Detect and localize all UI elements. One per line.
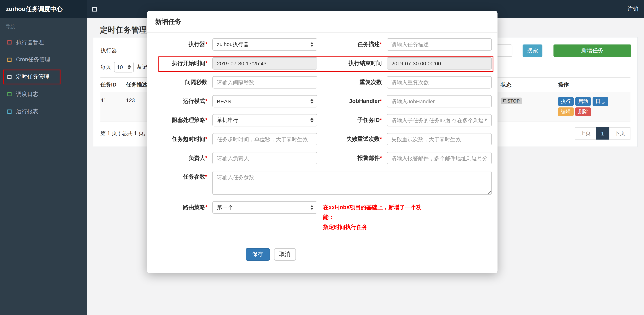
executor-filter-label: 执行器 — [100, 45, 117, 57]
col-header-status: 状态 — [501, 81, 558, 88]
interval-label: 间隔秒数 — [152, 76, 212, 89]
form-row-time: 执行开始时间* 执行结束时间 — [152, 57, 492, 70]
sidebar: 导航 执行器管理 Cron任务管理 定时任务管理 调度日志 运行报表 — [0, 18, 87, 315]
block-strategy-label: 阻塞处理策略* — [152, 114, 212, 126]
interval-input[interactable] — [212, 76, 317, 89]
form-row: 负责人* 报警邮件* — [152, 152, 492, 164]
run-button[interactable]: 执行 — [558, 97, 574, 106]
status-badge-text: STOP — [508, 98, 520, 103]
menu-square-icon — [7, 110, 12, 114]
edit-button[interactable]: 编辑 — [558, 107, 574, 116]
alarm-email-label: 报警邮件* — [317, 152, 387, 164]
form-row: 任务超时时间* 失败重试次数* — [152, 133, 492, 145]
save-button[interactable]: 保存 — [246, 248, 270, 261]
form-row: 路由策略* 第一个 在xxl-jobs项目的基础上，新增了一个功能： 指定时间执… — [152, 201, 492, 232]
executor-select[interactable]: zuihou执行器 — [212, 38, 317, 51]
timeout-label: 任务超时时间* — [152, 133, 212, 145]
executor-select-value: zuihou执行器 — [217, 41, 249, 48]
search-button[interactable]: 搜索 — [522, 45, 542, 57]
modal-title: 新增任务 — [147, 11, 498, 33]
author-input[interactable] — [212, 152, 317, 164]
jobhandler-input[interactable] — [387, 95, 492, 108]
cancel-button[interactable]: 取消 — [274, 248, 296, 261]
col-header-actions: 操作 — [558, 81, 630, 88]
fail-retry-input[interactable] — [387, 133, 492, 145]
author-label: 负责人* — [152, 152, 212, 164]
route-strategy-select-value: 第一个 — [217, 204, 233, 211]
route-strategy-select[interactable]: 第一个 — [212, 201, 317, 214]
fail-retry-label: 失败重试次数* — [317, 133, 387, 145]
sidebar-item-timed-jobs[interactable]: 定时任务管理 — [0, 68, 87, 86]
glue-type-select-value: BEAN — [217, 98, 231, 104]
form-row: 间隔秒数 重复次数 — [152, 76, 492, 89]
start-button[interactable]: 启动 — [575, 97, 591, 106]
cell-task-id: 41 — [100, 97, 126, 103]
child-job-id-label: 子任务ID* — [317, 114, 387, 126]
stop-square-icon — [503, 99, 506, 102]
sidebar-item-label: 运行报表 — [16, 108, 38, 115]
current-page-button[interactable]: 1 — [596, 127, 610, 140]
sidebar-item-run-report[interactable]: 运行报表 — [0, 103, 87, 120]
status-badge: STOP — [501, 97, 522, 104]
glue-type-select[interactable]: BEAN — [212, 95, 317, 108]
start-time-input[interactable] — [212, 57, 317, 70]
form-row: 任务参数* — [152, 171, 492, 195]
cell-status: STOP — [501, 97, 558, 104]
job-param-label: 任务参数* — [152, 171, 212, 195]
job-desc-input[interactable] — [387, 38, 492, 51]
page-size-value: 10 — [117, 64, 123, 70]
add-task-modal: 新增任务 执行器* zuihou执行器 任务描述* 执行开始时间* 执行结束时间 — [147, 11, 498, 273]
sidebar-item-executor-manage[interactable]: 执行器管理 — [0, 34, 87, 51]
child-job-id-input[interactable] — [387, 114, 492, 126]
menu-square-icon — [7, 41, 12, 45]
end-time-input[interactable] — [387, 57, 492, 70]
sidebar-item-label: 调度日志 — [16, 91, 38, 98]
block-strategy-select[interactable]: 单机串行 — [212, 114, 317, 126]
sidebar-item-label: 定时任务管理 — [16, 73, 49, 81]
form-row: 阻塞处理策略* 单机串行 子任务ID* — [152, 114, 492, 126]
sidebar-item-cron-jobs[interactable]: Cron任务管理 — [0, 51, 87, 68]
route-strategy-label: 路由策略* — [152, 201, 212, 232]
alarm-email-input[interactable] — [387, 152, 492, 164]
block-strategy-select-value: 单机串行 — [217, 117, 238, 124]
pagination-buttons: 上页 1 下页 — [575, 127, 630, 140]
select-arrows-icon — [310, 99, 314, 104]
job-desc-label: 任务描述* — [317, 38, 387, 51]
prev-page-button[interactable]: 上页 — [575, 127, 596, 140]
modal-body: 执行器* zuihou执行器 任务描述* 执行开始时间* 执行结束时间 间隔秒数 — [147, 33, 498, 273]
select-arrows-icon — [310, 42, 314, 47]
menu-square-icon — [7, 75, 12, 79]
menu-square-icon — [7, 58, 12, 62]
select-arrows-icon — [310, 205, 314, 210]
menu-toggle-icon[interactable] — [92, 7, 97, 11]
sidebar-item-label: 执行器管理 — [16, 39, 44, 46]
select-arrows-icon — [310, 118, 314, 123]
job-param-textarea[interactable] — [212, 171, 492, 195]
repeat-count-label: 重复次数 — [317, 76, 387, 89]
add-task-button[interactable]: 新增任务 — [554, 45, 631, 57]
logout-link[interactable]: 注销 — [628, 6, 638, 13]
sidebar-item-label: Cron任务管理 — [16, 56, 50, 63]
executor-label: 执行器* — [152, 38, 212, 51]
repeat-count-input[interactable] — [387, 76, 492, 89]
glue-type-label: 运行模式* — [152, 95, 212, 108]
timeout-input[interactable] — [212, 133, 317, 145]
end-time-label: 执行结束时间 — [317, 57, 387, 70]
feature-note-line1: 在xxl-jobs项目的基础上，新增了一个功能： — [323, 203, 428, 222]
select-arrows-icon — [128, 65, 131, 70]
sidebar-nav-label: 导航 — [0, 18, 87, 34]
page-size-prefix: 每页 — [100, 64, 111, 71]
delete-button[interactable]: 删除 — [575, 107, 591, 116]
menu-square-icon — [7, 92, 12, 96]
cell-actions: 执行 启动 日志 编辑 删除 — [558, 97, 630, 118]
log-button[interactable]: 日志 — [592, 97, 608, 106]
next-page-button[interactable]: 下页 — [609, 127, 630, 140]
page-size-select[interactable]: 10 — [114, 62, 134, 72]
sidebar-item-schedule-log[interactable]: 调度日志 — [0, 86, 87, 103]
brand-title: zuihou任务调度中心 — [0, 0, 87, 18]
jobhandler-label: JobHandler* — [317, 95, 387, 108]
app-root: zuihou任务调度中心 注销 导航 执行器管理 Cron任务管理 定时任务管理… — [0, 0, 644, 315]
start-time-label: 执行开始时间* — [152, 57, 212, 70]
modal-footer: 保存 取消 — [218, 239, 323, 273]
form-row: 执行器* zuihou执行器 任务描述* — [152, 38, 492, 51]
